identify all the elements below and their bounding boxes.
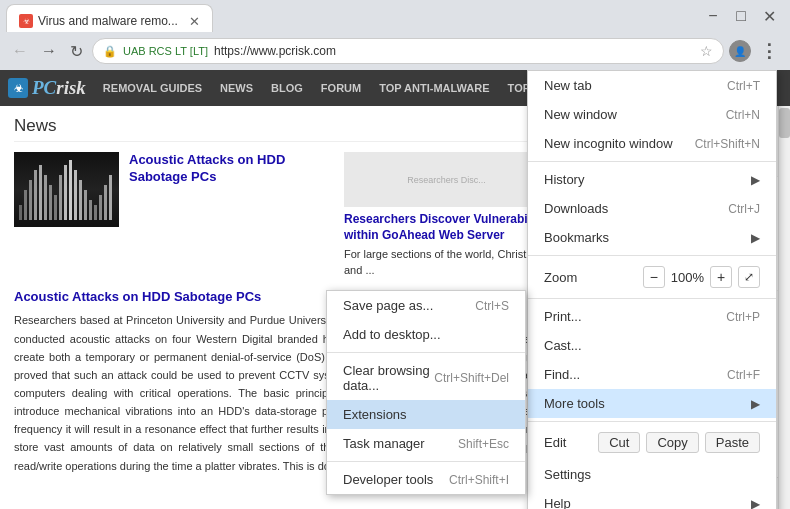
minimize-icon: − [708, 7, 717, 25]
couponxplorer-title[interactable]: CouponXplorer Toolbar [572, 185, 770, 197]
site-logo-area: ☣ PCrisk [0, 73, 94, 103]
malware-activity-section: Malware activity [564, 477, 778, 509]
scrollbar-thumb[interactable] [779, 108, 790, 138]
logo-risk: risk [56, 77, 86, 98]
section-title: News [14, 116, 549, 142]
profile-icon: 👤 [734, 46, 746, 57]
lock-icon: 🔒 [103, 45, 117, 58]
tabs-area: ☣ Virus and malware remo... ✕ [0, 0, 700, 32]
svg-rect-12 [79, 180, 82, 220]
article-title[interactable]: Acoustic Attacks on HDD Sabotage PCs [14, 286, 549, 307]
nav-webs[interactable]: WEBS [628, 70, 679, 106]
url-text: https://www.pcrisk.com [214, 44, 694, 58]
news-article-1: Acoustic Attacks on HDD Sabotage PCs [129, 152, 334, 278]
news-thumb-2: Researchers Disc... [344, 152, 549, 207]
scrollbar[interactable] [778, 106, 790, 509]
researchers-label: Researchers Disc... [407, 175, 486, 185]
forward-icon: → [41, 42, 57, 59]
nav-menu: REMOVAL GUIDES NEWS BLOG FORUM TOP ANTI-… [94, 70, 679, 106]
news-image-1 [14, 152, 119, 278]
couponxplorer-section: CouponXplorer Toolbar [564, 177, 778, 291]
tab-favicon: ☣ [19, 14, 33, 28]
website-content: ☣ PCrisk REMOVAL GUIDES NEWS BLOG FORUM … [0, 70, 790, 509]
svg-rect-6 [49, 185, 52, 220]
active-tab[interactable]: ☣ Virus and malware remo... ✕ [6, 4, 213, 32]
tab-close-icon[interactable]: ✕ [189, 14, 200, 29]
close-button[interactable]: ✕ [756, 4, 782, 28]
news-title-3[interactable]: NSA Exploits to Mine Monero [633, 114, 770, 138]
svg-rect-18 [109, 175, 112, 220]
news-title-1[interactable]: Acoustic Attacks on HDD Sabotage PCs [129, 152, 334, 186]
waveform-svg [17, 155, 117, 225]
url-secure-label: UAB RCS LT [LT] [123, 45, 208, 57]
title-bar: ☣ Virus and malware remo... ✕ − □ ✕ [0, 0, 790, 32]
star-icon[interactable]: ☆ [700, 43, 713, 59]
svg-rect-1 [24, 190, 27, 220]
site-logo[interactable]: PCrisk [32, 77, 86, 99]
svg-rect-11 [74, 170, 77, 220]
news-text-3: Researchers at F5 Networks have been ana… [633, 141, 770, 163]
logo-pc: PC [32, 77, 56, 98]
refresh-icon: ↻ [70, 43, 83, 60]
minimize-button[interactable]: − [700, 4, 726, 28]
main-article-area: News [0, 106, 563, 509]
news-text-2: For large sections of the world, Christm… [344, 247, 549, 278]
back-button[interactable]: ← [8, 40, 32, 62]
news-3-content: NSA Exploits to Mine Monero Researchers … [633, 114, 770, 163]
right-sidebar: NSA Exploits to Mine Monero Researchers … [563, 106, 778, 509]
svg-rect-8 [59, 175, 62, 220]
menu-icon: ⋮ [760, 41, 778, 61]
nav-removal-guides[interactable]: REMOVAL GUIDES [94, 70, 211, 106]
news-title-2[interactable]: Researchers Discover Vulnerability withi… [344, 212, 549, 243]
news-article-3: NSA Exploits to Mine Monero Researchers … [572, 114, 770, 163]
restore-button[interactable]: □ [728, 4, 754, 28]
news-thumb-1 [14, 152, 119, 227]
svg-rect-2 [29, 180, 32, 220]
svg-rect-15 [94, 205, 97, 220]
article-text: Researchers based at Princeton Universit… [14, 311, 549, 474]
close-icon: ✕ [763, 7, 776, 26]
nav-anti-malware[interactable]: TOP ANTI-MALWARE [370, 70, 498, 106]
nav-news[interactable]: NEWS [211, 70, 262, 106]
back-icon: ← [12, 42, 28, 59]
news-top-row: Acoustic Attacks on HDD Sabotage PCs Res… [14, 152, 549, 278]
refresh-button[interactable]: ↻ [66, 40, 87, 63]
restore-icon: □ [736, 7, 746, 25]
couponxplorer-image [572, 202, 770, 282]
news-thumb-3 [572, 114, 627, 159]
chrome-menu-button[interactable]: ⋮ [756, 38, 782, 64]
svg-rect-17 [104, 185, 107, 220]
svg-rect-0 [19, 205, 22, 220]
news-article-2: Researchers Disc... Researchers Discover… [344, 152, 549, 278]
nav-forum[interactable]: FORUM [312, 70, 370, 106]
svg-rect-13 [84, 190, 87, 220]
article-body: Acoustic Attacks on HDD Sabotage PCs Res… [14, 286, 549, 475]
malware-activity-label: Malware activity [574, 486, 768, 501]
logo-icon: ☣ [8, 78, 28, 98]
tab-title: Virus and malware remo... [38, 14, 178, 28]
svg-rect-7 [54, 195, 57, 220]
svg-rect-3 [34, 170, 37, 220]
nav-blog[interactable]: BLOG [262, 70, 312, 106]
url-bar[interactable]: 🔒 UAB RCS LT [LT] https://www.pcrisk.com… [92, 38, 724, 64]
window-controls: − □ ✕ [700, 4, 790, 28]
site-navbar: ☣ PCrisk REMOVAL GUIDES NEWS BLOG FORUM … [0, 70, 790, 106]
profile-button[interactable]: 👤 [729, 40, 751, 62]
sidebar-news-3: NSA Exploits to Mine Monero Researchers … [564, 106, 778, 177]
address-bar: ← → ↻ 🔒 UAB RCS LT [LT] https://www.pcri… [0, 32, 790, 70]
nav-antivirus[interactable]: TOP ANTIVIRUS 2018 [499, 70, 629, 106]
forward-button[interactable]: → [37, 40, 61, 62]
svg-rect-10 [69, 160, 72, 220]
svg-rect-5 [44, 175, 47, 220]
svg-rect-14 [89, 200, 92, 220]
svg-rect-4 [39, 165, 42, 220]
browser-window: ☣ Virus and malware remo... ✕ − □ ✕ ← → [0, 0, 790, 509]
page-body: News [0, 106, 790, 509]
svg-rect-9 [64, 165, 67, 220]
svg-rect-16 [99, 195, 102, 220]
